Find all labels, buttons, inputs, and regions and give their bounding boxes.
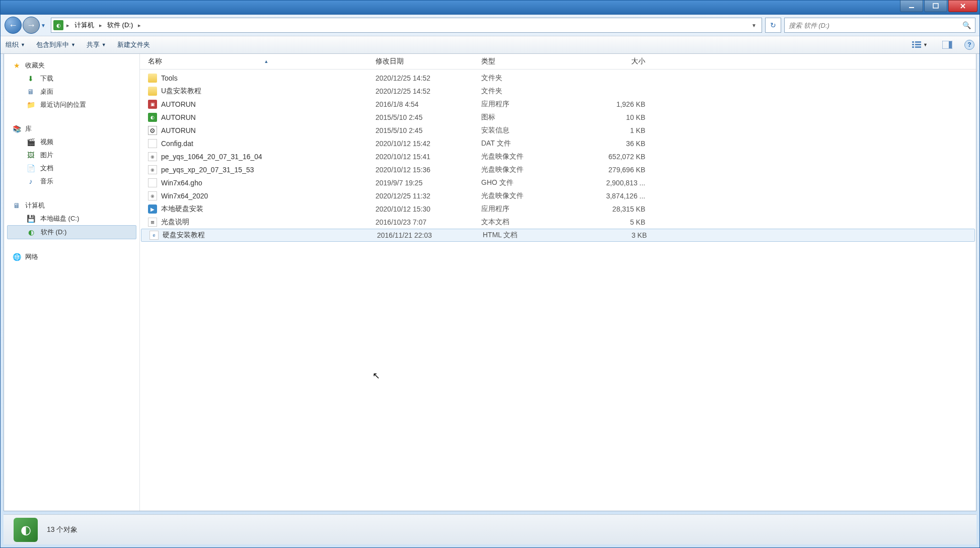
sidebar-item-pictures[interactable]: 🖼图片 [4,149,139,162]
breadcrumb-arrow-icon[interactable]: ▸ [136,22,143,29]
file-date: 2020/12/25 14:52 [371,87,477,95]
back-button[interactable]: ← [5,17,22,34]
file-type: HTML 文档 [479,231,584,240]
computer-icon: 🖥 [12,201,21,210]
file-row[interactable]: e硬盘安装教程2016/11/21 22:03HTML 文档3 KB [141,229,975,242]
column-header-date[interactable]: 修改日期 [371,57,477,66]
file-size: 279,696 KB [583,166,653,174]
file-row[interactable]: ◉Win7x64_20202020/12/25 11:32光盘映像文件3,874… [140,189,976,202]
organize-label: 组织 [6,40,19,49]
file-row[interactable]: Tools2020/12/25 14:52文件夹 [140,72,976,85]
sidebar-network-header[interactable]: 🌐网络 [4,250,139,263]
file-type: 应用程序 [477,100,583,109]
include-library-menu[interactable]: 包含到库中 ▼ [36,40,76,49]
file-size: 3 KB [584,231,655,239]
view-mode-button[interactable]: ▼ [910,39,930,50]
nav-arrows: ← → ▼ [5,17,48,34]
close-button[interactable] [948,0,977,12]
file-type: 应用程序 [477,204,583,214]
newfolder-label: 新建文件夹 [117,40,150,49]
close-icon [959,3,966,10]
preview-pane-button[interactable] [941,39,953,51]
file-row[interactable]: ◉pe_yqs_1064_20_07_31_16_042020/10/12 15… [140,150,976,163]
file-row[interactable]: U盘安装教程2020/12/25 14:52文件夹 [140,85,976,98]
col-name-label: 名称 [148,57,162,66]
list-view-icon [912,41,921,49]
file-row[interactable]: Config.dat2020/10/12 15:42DAT 文件36 KB [140,137,976,150]
sidebar-item-recent[interactable]: 📁最近访问的位置 [4,98,139,111]
file-name: 硬盘安装教程 [163,231,205,240]
file-rows[interactable]: Tools2020/12/25 14:52文件夹U盘安装教程2020/12/25… [140,70,976,511]
search-icon[interactable]: 🔍 [962,21,971,29]
navigation-bar: ← → ▼ ◐ ▸ 计算机 ▸ 软件 (D:) ▸ ▼ ↻ 🔍 [1,15,979,36]
video-icon: 🎬 [26,138,35,147]
refresh-button[interactable]: ↻ [765,18,781,33]
breadcrumb-drive[interactable]: 软件 (D:) [105,20,135,31]
share-menu[interactable]: 共享 ▼ [87,40,106,49]
network-group: 🌐网络 [4,250,139,263]
computer-group: 🖥计算机 💾本地磁盘 (C:) ◐软件 (D:) [4,199,139,239]
sidebar-item-videos[interactable]: 🎬视频 [4,135,139,149]
file-row[interactable]: ◐AUTORUN2015/5/10 2:45图标10 KB [140,111,976,124]
file-name: Win7x64.gho [161,179,202,187]
sidebar-item-label: 软件 (D:) [41,228,66,237]
maximize-icon [933,3,939,9]
file-date: 2016/1/8 4:54 [371,100,477,108]
search-box[interactable]: 🔍 [784,18,975,33]
sidebar-computer-header[interactable]: 🖥计算机 [4,199,139,212]
svg-rect-1 [933,4,938,8]
search-input[interactable] [789,22,962,29]
breadcrumb-arrow-icon[interactable]: ▸ [64,22,71,29]
sidebar-item-music[interactable]: ♪音乐 [4,175,139,188]
file-name: Tools [161,74,178,82]
file-date: 2020/12/25 11:32 [371,192,477,200]
column-header-type[interactable]: 类型 [477,57,583,66]
column-header-name[interactable]: 名称▲ [140,57,371,66]
titlebar[interactable] [1,1,979,15]
sidebar: ★收藏夹 ⬇下载 🖥桌面 📁最近访问的位置 📚库 🎬视频 🖼图片 📄文档 ♪音乐… [4,54,140,511]
file-row[interactable]: ≡光盘说明2016/10/23 7:07文本文档5 KB [140,216,976,229]
breadcrumb-computer[interactable]: 计算机 [72,20,96,31]
file-row[interactable]: ▣AUTORUN2016/1/8 4:54应用程序1,926 KB [140,98,976,111]
file-row[interactable]: ⚙AUTORUN2015/5/10 2:45安装信息1 KB [140,124,976,137]
sidebar-item-desktop[interactable]: 🖥桌面 [4,85,139,98]
music-icon: ♪ [26,177,35,186]
sidebar-item-local-disk-c[interactable]: 💾本地磁盘 (C:) [4,212,139,225]
status-text: 13 个对象 [47,525,78,534]
column-header-size[interactable]: 大小 [583,57,653,66]
file-row[interactable]: ▶本地硬盘安装2020/10/12 15:30应用程序28,315 KB [140,202,976,216]
minimize-button[interactable] [900,0,923,12]
file-size: 5 KB [583,218,653,226]
file-size: 3,874,126 ... [583,192,653,200]
svg-rect-4 [912,44,914,45]
maximize-button[interactable] [924,0,947,12]
address-bar[interactable]: ◐ ▸ 计算机 ▸ 软件 (D:) ▸ ▼ [51,18,762,33]
sidebar-favorites-header[interactable]: ★收藏夹 [4,59,139,72]
folder-icon [148,74,157,83]
disk-icon: 💾 [26,214,35,223]
sidebar-item-downloads[interactable]: ⬇下载 [4,72,139,85]
sidebar-item-documents[interactable]: 📄文档 [4,162,139,175]
help-button[interactable]: ? [964,40,974,50]
svg-rect-2 [912,41,914,43]
sidebar-libraries-header[interactable]: 📚库 [4,122,139,135]
file-name: U盘安装教程 [161,87,201,96]
file-row[interactable]: ◉pe_yqs_xp_20_07_31_15_532020/10/12 15:3… [140,163,976,176]
history-dropdown[interactable]: ▼ [41,23,48,28]
newfolder-button[interactable]: 新建文件夹 [117,40,150,49]
dat-icon [148,139,157,148]
sidebar-item-drive-d[interactable]: ◐软件 (D:) [7,225,136,239]
network-icon: 🌐 [12,252,21,261]
address-dropdown[interactable]: ▼ [748,23,760,28]
breadcrumb-arrow-icon[interactable]: ▸ [97,22,104,29]
organize-menu[interactable]: 组织 ▼ [6,40,25,49]
download-icon: ⬇ [26,74,35,83]
back-arrow-icon: ← [9,20,18,31]
iso-icon: ◉ [148,191,157,200]
forward-button[interactable]: → [23,17,40,34]
file-row[interactable]: Win7x64.gho2019/9/7 19:25GHO 文件2,900,813… [140,176,976,189]
file-name: 本地硬盘安装 [161,204,203,214]
library-icon: 📚 [12,124,21,133]
ico-icon: ◐ [148,113,157,122]
exe-icon: ▣ [148,100,157,109]
